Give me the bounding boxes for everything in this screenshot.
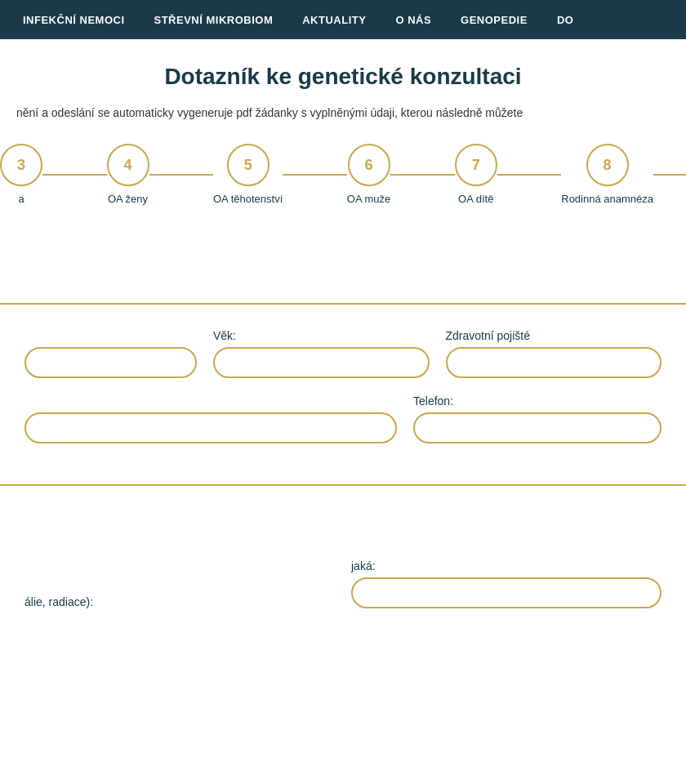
step-5-container[interactable]: 5 OA těhotenství (213, 144, 283, 205)
step-7-container[interactable]: 7 OA dítě (455, 144, 497, 205)
step-circle-7[interactable]: 7 (455, 144, 497, 186)
input-telefon[interactable] (413, 412, 662, 443)
step-6-container[interactable]: 6 OA muže (347, 144, 390, 205)
spacer-2 (0, 494, 686, 543)
form-section: Věk: Zdravotní pojišté Telefon: (0, 313, 686, 476)
form-divider-top (0, 303, 686, 305)
step-label-8: Rodinná anamnéza (561, 193, 653, 205)
step-8-container[interactable]: 8 Rodinná anamnéza (561, 144, 653, 205)
nav-item-onas[interactable]: O NÁS (381, 0, 446, 39)
bottom-group-left: álie, radiace): (24, 595, 335, 608)
step-label-3: a (18, 193, 24, 205)
form-group-zdravotni: Zdravotní pojišté (446, 329, 662, 378)
form-row-1: Věk: Zdravotní pojišté (24, 329, 662, 378)
step-line-6-7 (390, 174, 455, 176)
stepper-row: 3 a 4 OA ženy 5 OA těhotenství 6 (0, 144, 686, 205)
step-circle-3[interactable]: 3 (0, 144, 42, 186)
bottom-form: álie, radiace): jaká: (0, 543, 686, 641)
step-line-7-8 (497, 174, 562, 176)
step-circle-4[interactable]: 4 (107, 144, 149, 186)
form-group-left (24, 342, 197, 378)
step-number-7: 7 (472, 157, 480, 174)
nav-item-do[interactable]: DO (542, 0, 589, 39)
nav-item-aktuality[interactable]: AKTUALITY (287, 0, 381, 39)
subtitle: nění a odeslání se automaticky vygeneruj… (0, 98, 686, 136)
input-vek[interactable] (213, 347, 430, 378)
step-4-container[interactable]: 4 OA ženy (107, 144, 149, 205)
nav-item-genopedie[interactable]: GENOPEDIE (446, 0, 542, 39)
page-title: Dotazník ke genetické konzultaci (16, 64, 670, 90)
stepper-container: 3 a 4 OA ženy 5 OA těhotenství 6 (0, 136, 686, 229)
navigation: INFEKČNÍ NEMOCI STŘEVNÍ MIKROBIOM AKTUAL… (0, 0, 686, 39)
nav-item-mikrobiom[interactable]: STŘEVNÍ MIKROBIOM (140, 0, 288, 39)
bottom-group-jaka: jaká: (351, 559, 662, 608)
step-line-5-6 (283, 174, 347, 176)
form-label-telefon: Telefon: (413, 394, 662, 408)
step-line-3-4 (42, 174, 107, 176)
form-divider-mid (0, 484, 686, 486)
input-field-left[interactable] (24, 347, 197, 378)
form-group-telefon: Telefon: (413, 394, 662, 443)
input-wide-left[interactable] (24, 412, 397, 443)
step-circle-5[interactable]: 5 (227, 144, 270, 186)
input-zdravotni[interactable] (446, 347, 662, 378)
step-circle-6[interactable]: 6 (348, 144, 390, 186)
step-line-4-5 (149, 174, 214, 176)
step-label-6: OA muže (347, 193, 390, 205)
step-circle-8[interactable]: 8 (586, 144, 629, 186)
step-number-4: 4 (123, 157, 131, 174)
step-label-4: OA ženy (108, 193, 148, 205)
spacer (0, 229, 686, 295)
bottom-row-1: álie, radiace): jaká: (24, 559, 662, 608)
bottom-label-left: álie, radiace): (24, 595, 335, 608)
step-number-8: 8 (604, 157, 612, 174)
step-label-5: OA těhotenství (213, 193, 283, 205)
form-group-vek: Věk: (213, 329, 430, 378)
step-number-3: 3 (17, 157, 25, 174)
bottom-label-jaka: jaká: (351, 559, 662, 572)
nav-item-infekce[interactable]: INFEKČNÍ NEMOCI (8, 0, 140, 39)
form-group-wide-left (24, 412, 397, 443)
step-label-7: OA dítě (458, 193, 493, 205)
step-3-container[interactable]: 3 a (0, 144, 42, 205)
step-number-6: 6 (365, 157, 373, 174)
step-number-5: 5 (244, 157, 252, 174)
page-title-section: Dotazník ke genetické konzultaci (0, 39, 686, 98)
form-row-2: Telefon: (24, 394, 662, 443)
input-jaka[interactable] (351, 577, 662, 608)
form-label-vek: Věk: (213, 329, 430, 342)
form-label-zdravotni: Zdravotní pojišté (446, 329, 662, 342)
step-line-after-8 (653, 174, 686, 176)
